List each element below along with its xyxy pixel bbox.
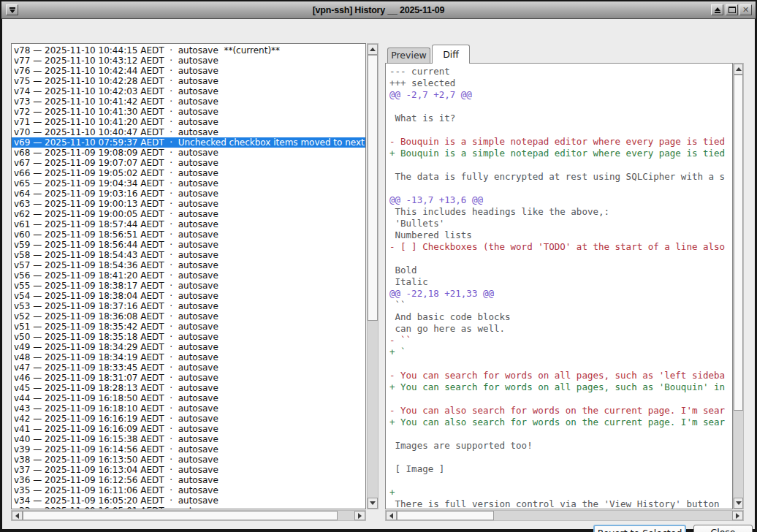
history-row[interactable]: v69 — 2025-11-10 07:59:37 AEDT · Uncheck… (12, 137, 365, 148)
close-icon: ✕ (742, 7, 749, 14)
history-vertical-scrollbar[interactable] (367, 43, 378, 509)
history-row[interactable]: v66 — 2025-11-09 19:05:02 AEDT · autosav… (12, 168, 365, 178)
diff-line: There is full version control via the 'V… (389, 498, 732, 509)
app-window: [vpn-ssh] History __ 2025-11-09 ✕ v78 — … (0, 0, 757, 532)
history-row[interactable]: v41 — 2025-11-09 16:16:09 AEDT · autosav… (12, 424, 365, 434)
history-row[interactable]: v63 — 2025-11-09 19:00:13 AEDT · autosav… (12, 199, 365, 209)
history-row[interactable]: v72 — 2025-11-10 10:41:30 AEDT · autosav… (12, 107, 365, 117)
scroll-down-arrow[interactable] (368, 498, 378, 509)
history-row[interactable]: v64 — 2025-11-09 19:03:16 AEDT · autosav… (12, 189, 365, 199)
diff-line: 'Bullets' (389, 218, 732, 229)
diff-line: --- current (389, 66, 732, 77)
scroll-up-arrow[interactable] (734, 64, 743, 75)
history-row[interactable]: v49 — 2025-11-09 18:34:29 AEDT · autosav… (12, 342, 365, 352)
history-row[interactable]: v74 — 2025-11-10 10:42:03 AEDT · autosav… (12, 86, 365, 96)
dialog-body: v78 — 2025-11-10 10:44:15 AEDT · autosav… (2, 19, 755, 529)
history-row[interactable]: v59 — 2025-11-09 18:56:44 AEDT · autosav… (12, 240, 365, 250)
maximize-button[interactable] (726, 4, 738, 15)
diff-line: - Bouquin is a simple notepad editor whe… (389, 136, 732, 148)
history-row[interactable]: v47 — 2025-11-09 18:33:45 AEDT · autosav… (12, 362, 365, 373)
history-row[interactable]: v65 — 2025-11-09 19:04:34 AEDT · autosav… (12, 178, 365, 189)
scroll-right-arrow[interactable] (354, 511, 365, 520)
window-menu-icon (9, 7, 15, 13)
diff-line (389, 428, 732, 440)
diff-line: This includes headings like the above,: (389, 206, 732, 218)
history-row[interactable]: v67 — 2025-11-09 19:07:07 AEDT · autosav… (12, 158, 365, 168)
history-row[interactable]: v73 — 2025-11-10 10:41:42 AEDT · autosav… (12, 96, 365, 107)
scroll-left-arrow[interactable] (386, 511, 397, 520)
diff-line: What is it? (389, 113, 732, 124)
diff-pane: --- current+++ selected@@ -2,7 +2,7 @@ W… (385, 63, 733, 509)
revert-to-selected-button[interactable]: Revert to Selected (593, 525, 686, 532)
history-row[interactable]: v62 — 2025-11-09 19:00:05 AEDT · autosav… (12, 209, 365, 219)
diff-line: `` (389, 300, 732, 311)
history-row[interactable]: v76 — 2025-11-10 10:42:44 AEDT · autosav… (12, 66, 365, 76)
history-row[interactable]: v42 — 2025-11-09 16:16:19 AEDT · autosav… (12, 414, 365, 424)
diff-line: [ Image ] (389, 463, 732, 475)
history-row[interactable]: v78 — 2025-11-10 10:44:15 AEDT · autosav… (12, 45, 365, 56)
history-row[interactable]: v36 — 2025-11-09 16:12:56 AEDT · autosav… (12, 475, 365, 485)
shade-icon (715, 7, 720, 13)
history-listbox[interactable]: v78 — 2025-11-10 10:44:15 AEDT · autosav… (11, 43, 366, 509)
diff-vscroll-thumb[interactable] (734, 75, 743, 411)
history-row[interactable]: v61 — 2025-11-09 18:57:44 AEDT · autosav… (12, 219, 365, 229)
scroll-right-arrow[interactable] (732, 511, 743, 520)
diff-line: + (389, 487, 732, 498)
window-menu-button[interactable] (6, 4, 18, 15)
history-row[interactable]: v34 — 2025-11-09 16:05:20 AEDT · autosav… (12, 495, 365, 506)
diff-line: Italic (389, 276, 732, 288)
diff-line: @@ -13,7 +13,6 @@ (389, 194, 732, 206)
history-row[interactable]: v53 — 2025-11-09 18:37:16 AEDT · autosav… (12, 301, 365, 311)
history-horizontal-scrollbar[interactable] (11, 510, 366, 521)
history-row[interactable]: v70 — 2025-11-10 10:40:47 AEDT · autosav… (12, 127, 365, 137)
history-row[interactable]: v35 — 2025-11-09 16:11:06 AEDT · autosav… (12, 485, 365, 495)
close-button[interactable]: Close (693, 525, 753, 532)
diff-text: --- current+++ selected@@ -2,7 +2,7 @@ W… (389, 66, 732, 509)
diff-horizontal-scrollbar[interactable] (385, 510, 744, 521)
tab-preview[interactable]: Preview (387, 48, 430, 63)
diff-line (389, 452, 732, 463)
diff-line: +++ selected (389, 77, 732, 89)
shade-button[interactable] (711, 4, 723, 15)
history-row[interactable]: v77 — 2025-11-10 10:43:12 AEDT · autosav… (12, 56, 365, 66)
history-row[interactable]: v75 — 2025-11-10 10:42:28 AEDT · autosav… (12, 76, 365, 86)
history-row[interactable]: v55 — 2025-11-09 18:38:17 AEDT · autosav… (12, 281, 365, 291)
history-row[interactable]: v33 — 2025-11-09 16:05:01 AEDT · autosav… (12, 506, 365, 509)
history-row[interactable]: v46 — 2025-11-09 18:31:07 AEDT · autosav… (12, 373, 365, 383)
scroll-up-arrow[interactable] (368, 44, 378, 55)
history-row[interactable]: v68 — 2025-11-09 19:08:09 AEDT · autosav… (12, 148, 365, 158)
scroll-left-arrow[interactable] (12, 511, 23, 520)
history-row[interactable]: v45 — 2025-11-09 18:28:13 AEDT · autosav… (12, 383, 365, 393)
diff-vertical-scrollbar[interactable] (733, 63, 744, 509)
diff-line: - [ ] Checkboxes (the word 'TODO' at the… (389, 241, 732, 253)
history-row[interactable]: v57 — 2025-11-09 18:54:36 AEDT · autosav… (12, 260, 365, 270)
diff-line: @@ -2,7 +2,7 @@ (389, 89, 732, 101)
close-window-button[interactable]: ✕ (739, 4, 752, 15)
history-row[interactable]: v38 — 2025-11-09 16:13:50 AEDT · autosav… (12, 455, 365, 465)
history-row[interactable]: v60 — 2025-11-09 18:56:51 AEDT · autosav… (12, 229, 365, 240)
diff-line: + You can search for words on all pages,… (389, 381, 732, 393)
diff-line: Numbered lists (389, 229, 732, 241)
history-row[interactable]: v37 — 2025-11-09 16:13:04 AEDT · autosav… (12, 465, 365, 475)
history-row[interactable]: v39 — 2025-11-09 16:14:56 AEDT · autosav… (12, 444, 365, 455)
scroll-down-arrow[interactable] (734, 498, 743, 509)
titlebar[interactable]: [vpn-ssh] History __ 2025-11-09 ✕ (1, 1, 756, 19)
history-row[interactable]: v58 — 2025-11-09 18:54:43 AEDT · autosav… (12, 250, 365, 260)
history-vscroll-thumb[interactable] (368, 55, 378, 321)
history-row[interactable]: v51 — 2025-11-09 18:35:42 AEDT · autosav… (12, 322, 365, 332)
history-row[interactable]: v56 — 2025-11-09 18:41:20 AEDT · autosav… (12, 270, 365, 281)
diff-line (389, 475, 732, 487)
diff-line (389, 253, 732, 265)
history-hscroll-thumb[interactable] (23, 511, 338, 520)
history-row[interactable]: v43 — 2025-11-09 16:18:10 AEDT · autosav… (12, 403, 365, 414)
history-row[interactable]: v71 — 2025-11-10 10:41:20 AEDT · autosav… (12, 117, 365, 127)
diff-hscroll-thumb[interactable] (397, 511, 494, 520)
history-row[interactable]: v50 — 2025-11-09 18:35:18 AEDT · autosav… (12, 332, 365, 342)
history-row[interactable]: v44 — 2025-11-09 16:18:50 AEDT · autosav… (12, 393, 365, 403)
history-row[interactable]: v52 — 2025-11-09 18:36:08 AEDT · autosav… (12, 311, 365, 322)
history-row[interactable]: v40 — 2025-11-09 16:15:38 AEDT · autosav… (12, 434, 365, 444)
history-row[interactable]: v48 — 2025-11-09 18:34:19 AEDT · autosav… (12, 352, 365, 362)
tab-diff[interactable]: Diff (432, 45, 470, 64)
diff-line: @@ -22,18 +21,33 @@ (389, 288, 732, 300)
history-row[interactable]: v54 — 2025-11-09 18:38:04 AEDT · autosav… (12, 291, 365, 301)
